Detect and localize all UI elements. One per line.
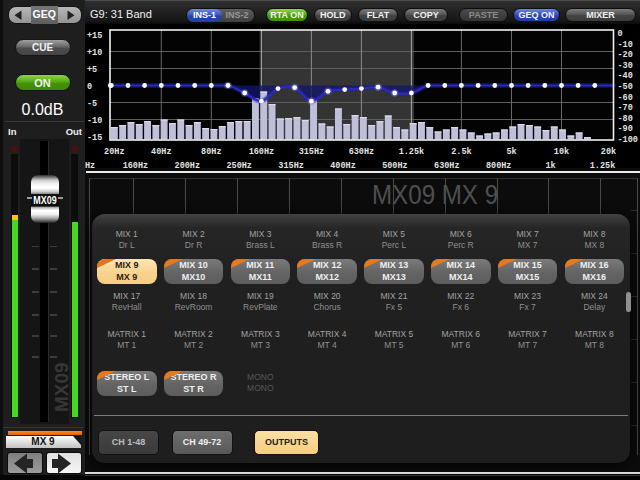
svg-text:2.5k: 2.5k	[451, 147, 471, 157]
svg-text:-5: -5	[87, 99, 97, 109]
svg-text:200Hz: 200Hz	[175, 161, 201, 168]
svg-text:0: 0	[87, 82, 92, 92]
svg-text:-40: -40	[618, 71, 633, 81]
svg-text:160Hz: 160Hz	[123, 161, 149, 168]
svg-text:-70: -70	[618, 103, 633, 113]
svg-text:315Hz: 315Hz	[299, 147, 325, 157]
svg-text:20k: 20k	[601, 147, 616, 157]
svg-text:160Hz: 160Hz	[249, 147, 275, 157]
svg-text:40Hz: 40Hz	[151, 147, 171, 157]
svg-text:20Hz: 20Hz	[104, 147, 124, 157]
svg-text:-50: -50	[618, 82, 633, 92]
svg-text:10k: 10k	[554, 147, 569, 157]
svg-text:1.25k: 1.25k	[590, 161, 616, 168]
svg-text:80Hz: 80Hz	[201, 147, 221, 157]
svg-text:5k: 5k	[506, 147, 516, 157]
svg-text:800Hz: 800Hz	[486, 161, 512, 168]
svg-text:-15: -15	[87, 133, 102, 143]
svg-text:-100: -100	[618, 135, 638, 145]
svg-text:1.25k: 1.25k	[399, 147, 425, 157]
svg-text:-90: -90	[618, 124, 633, 134]
svg-text:0: 0	[618, 29, 623, 39]
svg-text:+15: +15	[87, 31, 102, 41]
svg-text:630Hz: 630Hz	[434, 161, 460, 168]
svg-text:Hz: Hz	[85, 161, 95, 168]
svg-text:500Hz: 500Hz	[382, 161, 408, 168]
svg-text:1k: 1k	[545, 161, 555, 168]
svg-text:-30: -30	[618, 61, 633, 71]
svg-text:+5: +5	[87, 65, 97, 75]
svg-text:250Hz: 250Hz	[226, 161, 252, 168]
svg-text:-20: -20	[618, 50, 633, 60]
svg-text:-10: -10	[87, 116, 102, 126]
svg-text:630Hz: 630Hz	[349, 147, 375, 157]
svg-text:+10: +10	[87, 48, 102, 58]
svg-text:-60: -60	[618, 93, 633, 103]
svg-text:400Hz: 400Hz	[330, 161, 356, 168]
svg-text:-10: -10	[618, 40, 633, 50]
svg-text:-80: -80	[618, 114, 633, 124]
svg-text:315Hz: 315Hz	[278, 161, 304, 168]
